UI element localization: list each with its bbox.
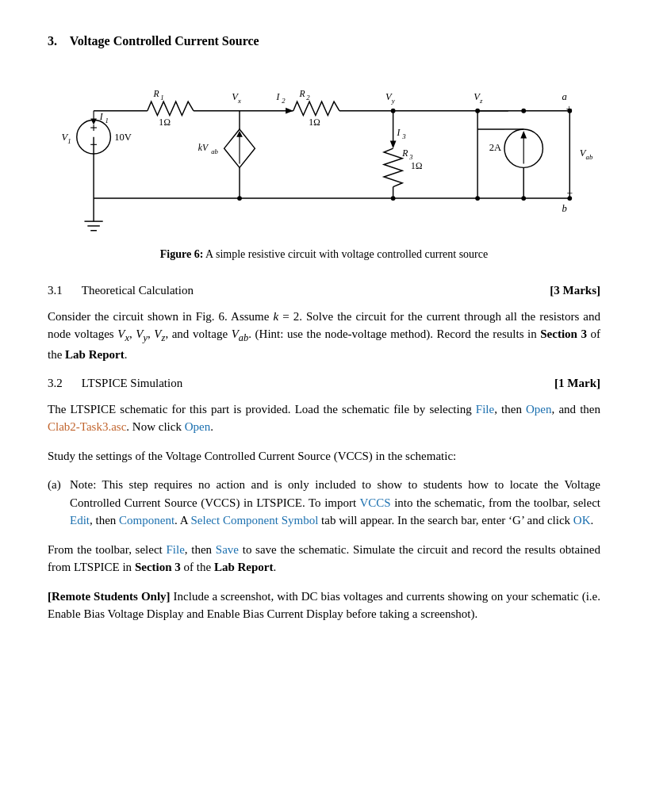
figure-caption: Figure 6: A simple resistive circuit wit…	[48, 246, 600, 262]
remote-students-bold: [Remote Students Only]	[48, 590, 171, 603]
svg-text:I: I	[275, 92, 280, 102]
section-number: 3.	[48, 34, 57, 48]
figure-caption-text: A simple resistive circuit with voltage …	[205, 248, 488, 260]
svg-marker-57	[520, 131, 527, 139]
svg-text:1: 1	[160, 94, 163, 102]
section-3-bold-2: Section 3	[135, 561, 181, 573]
svg-text:x: x	[237, 97, 241, 105]
svg-text:ab: ab	[211, 147, 218, 155]
save-link[interactable]: Save	[216, 543, 239, 556]
svg-text:ab: ab	[586, 153, 593, 161]
svg-text:2A: 2A	[489, 142, 501, 153]
section-3-bold: Section 3	[540, 327, 587, 340]
subsection-3-2-title: LTSPICE Simulation	[82, 374, 182, 393]
section-title: 3. Voltage Controlled Current Source	[48, 32, 600, 51]
subsection-3-1-title: Theoretical Calculation	[82, 282, 194, 300]
svg-text:1Ω: 1Ω	[159, 117, 171, 128]
svg-point-49	[391, 196, 396, 201]
svg-marker-44	[390, 140, 397, 148]
svg-text:1Ω: 1Ω	[411, 161, 423, 171]
svg-text:3: 3	[408, 153, 413, 161]
svg-text:kV: kV	[198, 143, 209, 153]
svg-text:3: 3	[401, 132, 406, 140]
svg-text:2: 2	[282, 97, 286, 105]
subsection-3-1: 3.1 Theoretical Calculation [3 Marks]	[48, 282, 600, 300]
svg-text:R: R	[299, 89, 305, 99]
svg-marker-14	[90, 118, 97, 124]
svg-point-60	[475, 196, 480, 201]
svg-marker-33	[286, 108, 293, 114]
svg-point-64	[521, 196, 526, 201]
section-heading: Voltage Controlled Current Source	[70, 34, 259, 48]
list-item-a-content: Note: This step requires no action and i…	[70, 476, 600, 530]
svg-text:R: R	[153, 89, 159, 99]
lab-report-bold-1: Lab Report	[65, 348, 125, 361]
vccs-link[interactable]: VCCS	[359, 496, 390, 509]
svg-text:I: I	[396, 128, 401, 138]
open-link-1[interactable]: Open	[526, 403, 552, 416]
svg-point-72	[567, 196, 572, 201]
svg-text:1: 1	[105, 117, 109, 124]
svg-text:z: z	[479, 97, 483, 105]
paragraph-4: From the toolbar, select File, then Save…	[48, 541, 600, 576]
10v-label: 10V	[114, 132, 132, 143]
svg-text:2: 2	[306, 94, 310, 102]
select-component-symbol-link[interactable]: Select Component Symbol	[191, 514, 319, 527]
subsection-3-1-marks: [3 Marks]	[550, 282, 600, 300]
svg-point-29	[237, 196, 242, 201]
subsection-3-2-number: 3.2	[48, 374, 63, 393]
circuit-diagram: V 1 10V I 1 R 1 1Ω V x kV ab	[48, 65, 600, 239]
component-link[interactable]: Component	[119, 514, 174, 527]
open-link-2[interactable]: Open	[185, 420, 211, 433]
list-item-a: (a) Note: This step requires no action a…	[48, 476, 600, 530]
svg-text:a: a	[562, 91, 567, 102]
svg-text:y: y	[391, 97, 395, 105]
circuit-svg: V 1 10V I 1 R 1 1Ω V x kV ab	[48, 65, 600, 239]
svg-text:R: R	[401, 148, 408, 159]
paragraph-3: Study the settings of the Voltage Contro…	[48, 447, 600, 465]
svg-text:1Ω: 1Ω	[309, 117, 320, 128]
clab-link[interactable]: Clab2-Task3.asc	[48, 420, 126, 433]
svg-text:b: b	[562, 204, 567, 215]
paragraph-2: The LTSPICE schematic for this part is p…	[48, 400, 600, 436]
ok-link[interactable]: OK	[573, 514, 591, 527]
lab-report-bold-2: Lab Report	[214, 561, 274, 573]
edit-link[interactable]: Edit	[70, 514, 90, 527]
subsection-3-2: 3.2 LTSPICE Simulation [1 Mark]	[48, 374, 600, 393]
subsection-3-2-marks: [1 Mark]	[554, 374, 600, 393]
subsection-3-1-number: 3.1	[48, 282, 63, 300]
svg-text:1: 1	[67, 137, 71, 145]
file-link-2[interactable]: File	[166, 543, 184, 556]
file-link-1[interactable]: File	[476, 403, 494, 416]
list-item-a-label: (a)	[48, 476, 63, 530]
svg-text:I: I	[99, 112, 104, 122]
paragraph-5: [Remote Students Only] Include a screens…	[48, 588, 600, 623]
paragraph-1: Consider the circuit shown in Fig. 6. As…	[48, 308, 600, 364]
figure-label: Figure 6:	[160, 248, 204, 260]
